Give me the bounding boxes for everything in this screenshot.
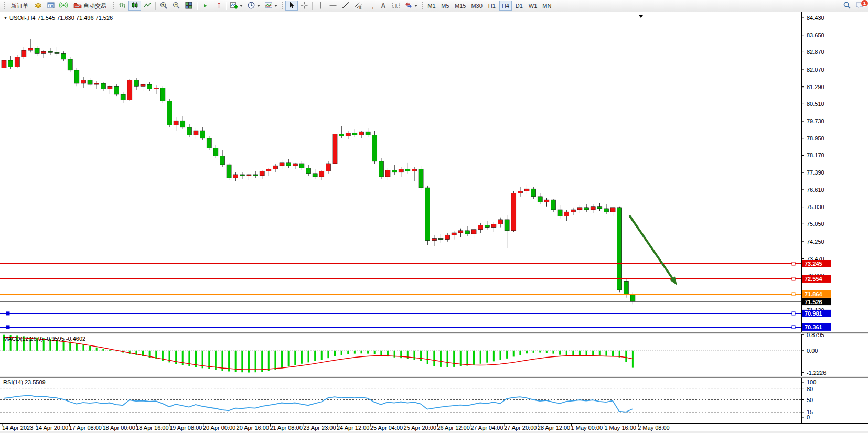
candle-body	[319, 171, 324, 177]
candle-body	[465, 231, 469, 234]
time-tick-label: 25 Apr 04:00	[370, 425, 403, 431]
candle-body	[399, 169, 403, 172]
svg-text:A: A	[381, 2, 386, 9]
bar-chart-icon	[118, 1, 126, 10]
timeframe-W1[interactable]: W1	[527, 1, 540, 11]
search-button[interactable]	[841, 1, 853, 11]
candle-body	[147, 84, 152, 89]
add-indicator-button[interactable]	[228, 1, 245, 11]
timeframe-MN[interactable]: MN	[540, 1, 553, 11]
time-tick-label: 28 Apr 12:00	[538, 425, 570, 431]
pane-splitter[interactable]	[0, 333, 868, 334]
cursor-button[interactable]	[285, 1, 298, 11]
text-button[interactable]: A	[377, 1, 390, 11]
autotrading-button[interactable]: 自动交易	[70, 1, 110, 11]
timeframe-H4[interactable]: H4	[499, 1, 512, 11]
auto-scroll-button[interactable]	[199, 1, 211, 11]
line-handle[interactable]	[792, 262, 795, 265]
toolbar-separator	[312, 2, 313, 10]
candle-body	[485, 225, 489, 227]
candle-body	[121, 94, 125, 100]
line-handle[interactable]	[792, 312, 795, 315]
tile-windows-button[interactable]	[183, 1, 195, 11]
toolbar-grip[interactable]	[421, 2, 424, 10]
candle-body	[180, 121, 185, 127]
candle-body	[207, 138, 211, 148]
line-chart-button[interactable]	[141, 1, 154, 11]
timeframe-M15[interactable]: M15	[453, 1, 468, 11]
toolbar-grip[interactable]	[112, 2, 114, 10]
macd-tick-label: 0.8795	[807, 332, 824, 338]
pane-splitter[interactable]	[0, 376, 868, 377]
candle-body	[491, 224, 496, 227]
price-tick-label: 78.170	[807, 152, 824, 158]
charts-stack-button[interactable]	[32, 1, 45, 11]
rsi-tick-label: 80	[807, 386, 813, 392]
horizontal-line-button[interactable]	[327, 1, 339, 11]
clock-icon	[247, 1, 255, 10]
toolbar-grip[interactable]	[3, 2, 6, 10]
candlestick-chart-button[interactable]	[128, 1, 141, 11]
candle-body	[392, 170, 397, 172]
market-watch-button[interactable]	[45, 1, 57, 11]
equidistant-channel-icon: E	[354, 1, 362, 10]
timeframe-D1[interactable]: D1	[513, 1, 526, 11]
chart-shift-button[interactable]	[211, 1, 224, 11]
chevron-down-icon	[414, 5, 417, 7]
time-tick-label: 21 Apr 08:00	[270, 425, 302, 431]
price-flag-label: 70.361	[805, 324, 822, 330]
svg-text:T: T	[394, 3, 398, 8]
candle-body	[114, 86, 119, 94]
candle-body	[630, 294, 635, 301]
candle-body	[346, 133, 350, 136]
channel-button[interactable]: E	[352, 1, 365, 11]
signal-icon	[59, 1, 68, 10]
signals-button[interactable]	[57, 1, 70, 11]
candle-body	[127, 80, 132, 100]
candle-body	[379, 161, 383, 177]
toolbar-grip[interactable]	[281, 2, 284, 10]
auto-scroll-icon	[201, 1, 209, 10]
line-handle[interactable]	[6, 326, 9, 329]
fibonacci-button[interactable]: F	[365, 1, 377, 11]
periods-button[interactable]	[245, 1, 262, 11]
time-tick-label: 17 Apr 08:00	[69, 425, 102, 431]
line-handle[interactable]	[792, 293, 795, 296]
line-handle[interactable]	[792, 277, 795, 280]
templates-button[interactable]	[262, 1, 280, 11]
chevron-down-icon	[240, 5, 243, 7]
chart-canvas[interactable]: 84.43083.65082.87082.07081.29080.51079.7…	[0, 12, 868, 433]
candle-body	[55, 52, 59, 53]
vertical-line-button[interactable]	[314, 1, 327, 11]
candle-body	[438, 239, 443, 240]
timeframe-M5[interactable]: M5	[439, 1, 452, 11]
price-tick-label: 76.610	[807, 187, 824, 193]
candle-body	[544, 200, 549, 202]
chevron-down-icon	[257, 5, 260, 7]
candle-body	[511, 193, 516, 231]
rsi-tick-label: 0	[807, 414, 810, 420]
chart-window[interactable]: 84.43083.65082.87082.07081.29080.51079.7…	[0, 12, 868, 433]
text-label-button[interactable]: T	[390, 1, 402, 11]
candle-body	[385, 170, 390, 177]
line-handle[interactable]	[792, 326, 795, 329]
arrows-shapes-button[interactable]	[402, 1, 420, 11]
bar-chart-button[interactable]	[116, 1, 128, 11]
candle-body	[359, 132, 363, 135]
candle-body	[571, 210, 575, 212]
line-handle[interactable]	[6, 312, 9, 315]
zoom-out-button[interactable]	[170, 1, 183, 11]
trendline-button[interactable]	[339, 1, 352, 11]
chat-button[interactable]: 1	[853, 1, 866, 11]
time-tick-label: 19 Apr 08:00	[169, 425, 202, 431]
new-order-button[interactable]: 新订单	[7, 1, 32, 11]
timeframe-H1[interactable]: H1	[486, 1, 498, 11]
svg-text:F: F	[372, 6, 374, 10]
timeframe-M30[interactable]: M30	[469, 1, 484, 11]
timeframe-M1[interactable]: M1	[425, 1, 438, 11]
time-tick-label: 26 Apr 12:00	[437, 425, 469, 431]
crosshair-button[interactable]	[298, 1, 310, 11]
zoom-in-button[interactable]	[157, 1, 170, 11]
candle-body	[524, 189, 529, 191]
candle-body	[8, 60, 13, 67]
